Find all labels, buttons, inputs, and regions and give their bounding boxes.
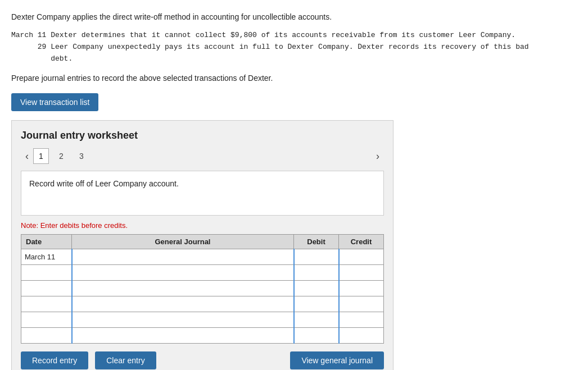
credit-cell-5[interactable] [339,328,384,344]
credit-cell-0[interactable] [339,249,384,265]
credit-input-5[interactable] [340,328,384,343]
credit-input-0[interactable] [340,249,384,264]
note-text: Note: Enter debits before credits. [21,221,384,230]
gj-input-3[interactable] [73,296,293,312]
description-text: Record write off of Leer Company account… [29,179,179,188]
credit-cell-3[interactable] [339,296,384,312]
gj-input-2[interactable] [73,281,293,296]
gj-cell-4[interactable] [72,312,294,328]
table-row: March 11 [21,249,384,265]
table-row [21,312,384,328]
gj-cell-0[interactable] [72,249,294,265]
debit-cell-1[interactable] [294,265,339,281]
prepare-text: Prepare journal entries to record the ab… [11,72,577,84]
debit-input-1[interactable] [295,265,338,280]
description-box: Record write off of Leer Company account… [21,171,384,216]
view-transaction-button[interactable]: View transaction list [11,93,98,111]
gj-cell-5[interactable] [72,328,294,344]
transaction-text: March 11 Dexter determines that it canno… [11,30,577,65]
debit-cell-4[interactable] [294,312,339,328]
view-general-journal-button[interactable]: View general journal [290,351,384,369]
page-2[interactable]: 2 [53,148,69,164]
page-1-active[interactable]: 1 [33,148,49,164]
credit-input-3[interactable] [340,296,384,312]
credit-cell-2[interactable] [339,281,384,296]
debit-input-4[interactable] [295,312,338,327]
debit-cell-3[interactable] [294,296,339,312]
debit-input-5[interactable] [295,328,338,343]
table-row [21,296,384,312]
gj-input-4[interactable] [73,312,293,327]
gj-input-5[interactable] [73,328,293,343]
credit-cell-1[interactable] [339,265,384,281]
page-3[interactable]: 3 [74,148,89,164]
worksheet-container: Journal entry worksheet ‹ 1 2 3 › Record… [11,120,393,370]
col-header-date: Date [21,235,72,249]
credit-cell-4[interactable] [339,312,384,328]
date-cell-5 [21,328,72,344]
credit-input-2[interactable] [340,281,384,296]
intro-line1: Dexter Company applies the direct write-… [11,11,577,23]
col-header-credit: Credit [339,235,384,249]
debit-input-2[interactable] [295,281,338,296]
record-entry-button[interactable]: Record entry [21,351,88,369]
col-header-gj: General Journal [72,235,294,249]
col-header-debit: Debit [294,235,339,249]
credit-input-1[interactable] [340,265,384,280]
date-cell-1 [21,265,72,281]
gj-cell-2[interactable] [72,281,294,296]
debit-cell-2[interactable] [294,281,339,296]
date-cell-4 [21,312,72,328]
next-page-button[interactable]: › [372,150,384,162]
gj-input-0[interactable] [73,249,293,264]
journal-table: Date General Journal Debit Credit March … [21,234,384,344]
table-row [21,328,384,344]
clear-entry-button[interactable]: Clear entry [95,351,156,369]
worksheet-title: Journal entry worksheet [21,130,384,141]
date-cell-3 [21,296,72,312]
bottom-buttons: Record entry Clear entry View general jo… [21,351,384,369]
debit-cell-0[interactable] [294,249,339,265]
pagination-row: ‹ 1 2 3 › [21,148,384,164]
gj-cell-1[interactable] [72,265,294,281]
debit-input-3[interactable] [295,296,338,312]
debit-input-0[interactable] [295,249,338,264]
gj-cell-3[interactable] [72,296,294,312]
table-row [21,281,384,296]
date-cell-0: March 11 [21,249,72,265]
gj-input-1[interactable] [73,265,293,280]
debit-cell-5[interactable] [294,328,339,344]
date-cell-2 [21,281,72,296]
credit-input-4[interactable] [340,312,384,327]
prev-page-button[interactable]: ‹ [21,150,33,162]
table-row [21,265,384,281]
